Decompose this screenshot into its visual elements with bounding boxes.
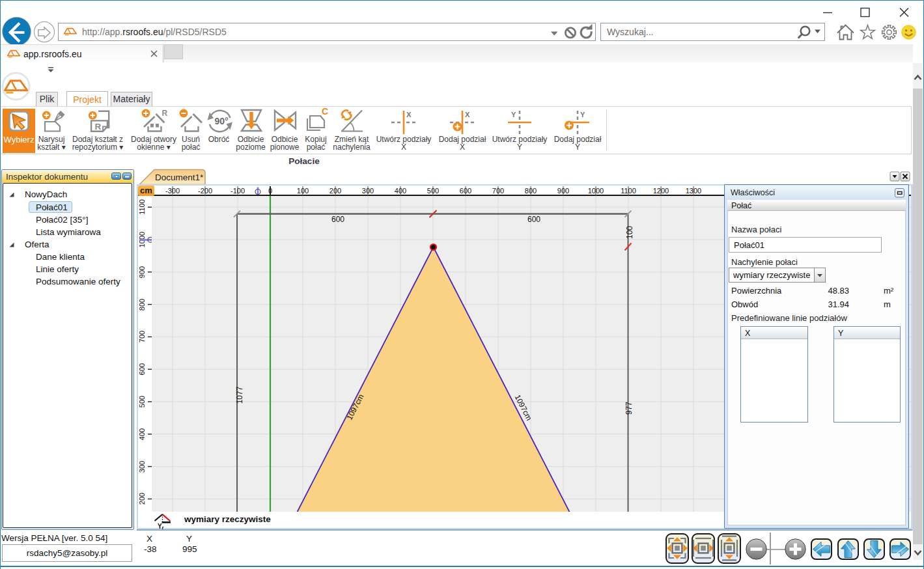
svg-text:X: X <box>465 111 470 118</box>
svg-text:1077: 1077 <box>235 386 244 404</box>
svg-text:Y: Y <box>580 111 585 118</box>
svg-text:Y: Y <box>511 111 516 118</box>
svg-text:C: C <box>322 106 328 117</box>
svg-text:R: R <box>162 109 168 118</box>
svg-text:600: 600 <box>331 215 344 224</box>
svg-text:977: 977 <box>624 402 634 415</box>
svg-text:X: X <box>406 111 412 118</box>
svg-text:600: 600 <box>527 215 540 224</box>
svg-text:90°: 90° <box>215 116 229 126</box>
svg-text:R: R <box>95 122 102 132</box>
svg-text:100: 100 <box>625 226 634 239</box>
svg-text:r: r <box>162 525 164 531</box>
